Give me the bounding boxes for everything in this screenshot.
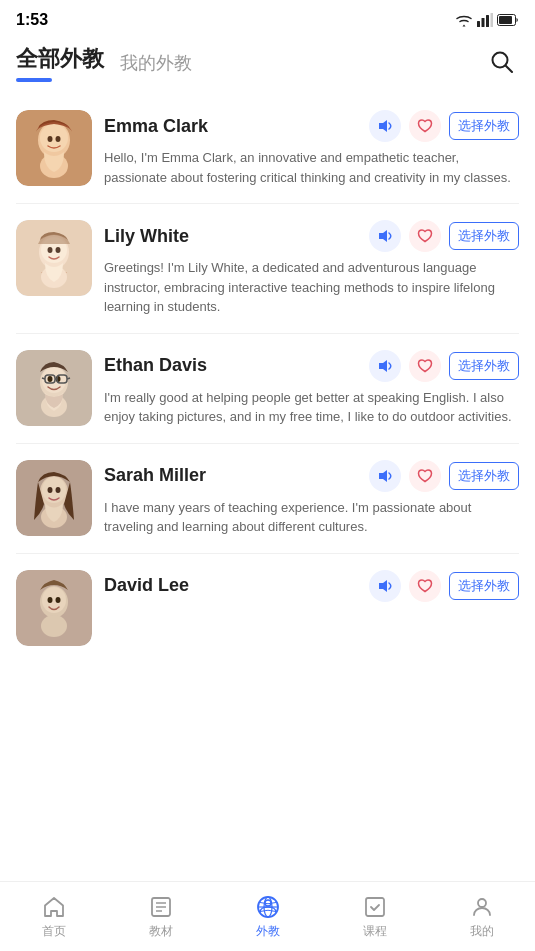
svg-point-20: [56, 247, 61, 253]
avatar-lily: [16, 220, 92, 296]
nav-courses-label: 课程: [363, 923, 387, 940]
page-header: 全部外教 我的外教: [0, 36, 535, 82]
svg-point-44: [41, 615, 67, 637]
select-btn-sarah[interactable]: 选择外教: [449, 462, 519, 490]
heart-icon-david: [417, 578, 433, 594]
header-tabs: 全部外教 我的外教: [16, 44, 192, 82]
sound-btn-lily[interactable]: [369, 220, 401, 252]
heart-icon-ethan: [417, 358, 433, 374]
heart-icon-emma: [417, 118, 433, 134]
teacher-card-lily: Lily White 选择外教 Greetings! I'm Lily Whit…: [16, 204, 519, 334]
courses-icon: [362, 894, 388, 920]
teachers-icon: [255, 894, 281, 920]
svg-point-57: [478, 899, 486, 907]
svg-rect-0: [477, 21, 480, 27]
heart-btn-emma[interactable]: [409, 110, 441, 142]
svg-rect-2: [486, 15, 489, 27]
teacher-desc-sarah: I have many years of teaching experience…: [104, 498, 519, 537]
svg-point-12: [48, 136, 53, 142]
teacher-name-row-sarah: Sarah Miller 选择外教: [104, 460, 519, 492]
teacher-name-row-lily: Lily White 选择外教: [104, 220, 519, 252]
svg-point-46: [56, 597, 61, 603]
nav-profile[interactable]: 我的: [457, 888, 507, 946]
select-btn-emma[interactable]: 选择外教: [449, 112, 519, 140]
svg-line-31: [42, 378, 45, 379]
nav-profile-label: 我的: [470, 923, 494, 940]
svg-rect-3: [491, 13, 494, 27]
svg-point-38: [48, 487, 53, 493]
tab-all-teachers[interactable]: 全部外教: [16, 44, 104, 82]
avatar-emma: [16, 110, 92, 186]
status-icons: [455, 13, 519, 27]
svg-marker-47: [379, 580, 387, 592]
teacher-info-david: David Lee 选择外教: [104, 570, 519, 608]
svg-point-53: [265, 900, 271, 906]
svg-line-32: [67, 378, 70, 379]
teacher-card-ethan: Ethan Davis 选择外教 I'm really good at help…: [16, 334, 519, 444]
teacher-name-row-ethan: Ethan Davis 选择外教: [104, 350, 519, 382]
select-btn-ethan[interactable]: 选择外教: [449, 352, 519, 380]
sound-icon-sarah: [377, 468, 393, 484]
sound-btn-emma[interactable]: [369, 110, 401, 142]
sound-icon-ethan: [377, 358, 393, 374]
teacher-name-row-emma: Emma Clark 选择外教: [104, 110, 519, 142]
sound-btn-sarah[interactable]: [369, 460, 401, 492]
teacher-desc-lily: Greetings! I'm Lily White, a dedicated a…: [104, 258, 519, 317]
teacher-info-ethan: Ethan Davis 选择外教 I'm really good at help…: [104, 350, 519, 427]
heart-btn-sarah[interactable]: [409, 460, 441, 492]
search-button[interactable]: [485, 45, 519, 82]
profile-icon: [469, 894, 495, 920]
teacher-desc-ethan: I'm really good at helping people get be…: [104, 388, 519, 427]
teacher-info-sarah: Sarah Miller 选择外教 I have many years of t…: [104, 460, 519, 537]
teacher-info-emma: Emma Clark 选择外教 Hello, I'm Emma Clark, a…: [104, 110, 519, 187]
tab-my-teachers[interactable]: 我的外教: [120, 51, 192, 75]
home-icon: [41, 894, 67, 920]
search-icon: [489, 49, 515, 75]
svg-point-19: [48, 247, 53, 253]
avatar-david: [16, 570, 92, 646]
svg-point-26: [48, 376, 53, 382]
heart-icon-lily: [417, 228, 433, 244]
bottom-nav: 首页 教材 外教: [0, 881, 535, 951]
svg-point-36: [42, 477, 66, 503]
select-btn-lily[interactable]: 选择外教: [449, 222, 519, 250]
status-time: 1:53: [16, 11, 48, 29]
teacher-name-lily: Lily White: [104, 226, 361, 247]
teacher-info-lily: Lily White 选择外教 Greetings! I'm Lily Whit…: [104, 220, 519, 317]
svg-rect-1: [482, 18, 485, 27]
teacher-name-ethan: Ethan Davis: [104, 355, 361, 376]
svg-point-45: [48, 597, 53, 603]
teacher-desc-emma: Hello, I'm Emma Clark, an innovative and…: [104, 148, 519, 187]
svg-marker-40: [379, 470, 387, 482]
teacher-name-emma: Emma Clark: [104, 116, 361, 137]
battery-icon: [497, 14, 519, 26]
svg-rect-56: [366, 898, 384, 916]
nav-materials[interactable]: 教材: [136, 888, 186, 946]
status-bar: 1:53: [0, 0, 535, 36]
sound-btn-ethan[interactable]: [369, 350, 401, 382]
svg-line-7: [506, 65, 513, 72]
select-btn-david[interactable]: 选择外教: [449, 572, 519, 600]
sound-btn-david[interactable]: [369, 570, 401, 602]
nav-home-label: 首页: [42, 923, 66, 940]
nav-materials-label: 教材: [149, 923, 173, 940]
heart-btn-lily[interactable]: [409, 220, 441, 252]
heart-btn-david[interactable]: [409, 570, 441, 602]
nav-home[interactable]: 首页: [29, 888, 79, 946]
signal-icon: [477, 13, 493, 27]
svg-marker-21: [379, 230, 387, 242]
sound-icon-emma: [377, 118, 393, 134]
materials-icon: [148, 894, 174, 920]
svg-marker-33: [379, 360, 387, 372]
avatar-ethan: [16, 350, 92, 426]
teacher-name-david: David Lee: [104, 575, 361, 596]
nav-courses[interactable]: 课程: [350, 888, 400, 946]
heart-btn-ethan[interactable]: [409, 350, 441, 382]
wifi-icon: [455, 13, 473, 27]
tab-underline: [16, 78, 52, 82]
teacher-list: Emma Clark 选择外教 Hello, I'm Emma Clark, a…: [0, 82, 535, 742]
svg-marker-14: [379, 120, 387, 132]
teacher-card-emma: Emma Clark 选择外教 Hello, I'm Emma Clark, a…: [16, 94, 519, 204]
heart-icon-sarah: [417, 468, 433, 484]
nav-teachers[interactable]: 外教: [243, 888, 293, 946]
